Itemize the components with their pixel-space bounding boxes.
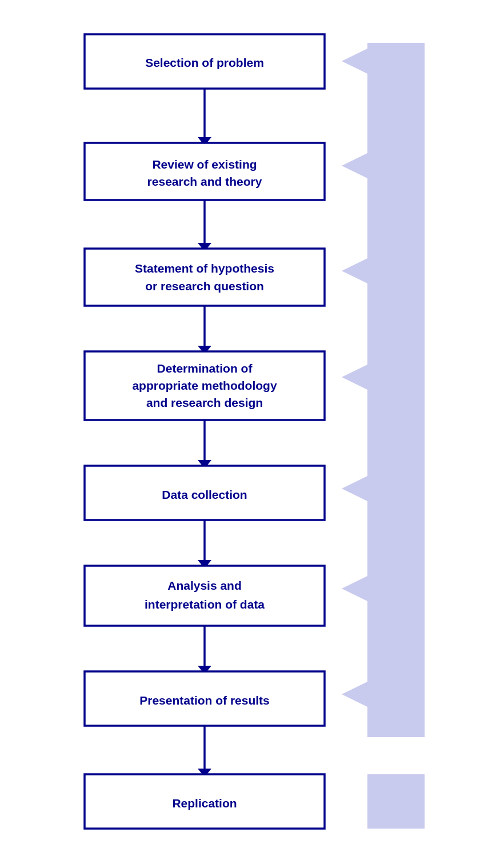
label-step4-line1: Determination of bbox=[157, 362, 253, 375]
arrow-step2 bbox=[342, 153, 367, 178]
feedback-bar-step8 bbox=[367, 774, 425, 829]
arrow-step7 bbox=[342, 682, 367, 707]
label-step6-line1: Analysis and bbox=[167, 579, 242, 592]
arrow-step5 bbox=[342, 476, 367, 501]
arrow-step3 bbox=[342, 258, 367, 283]
box-step3 bbox=[85, 249, 325, 306]
label-step6-line2: interpretation of data bbox=[144, 598, 264, 611]
feedback-bar bbox=[367, 43, 425, 737]
label-step8: Replication bbox=[172, 797, 237, 810]
arrow-step4 bbox=[342, 365, 367, 390]
label-step3-line1: Statement of hypothesis bbox=[135, 262, 274, 275]
label-step7: Presentation of results bbox=[139, 694, 270, 707]
box-step2 bbox=[85, 143, 325, 200]
label-step2-line2: research and theory bbox=[147, 175, 262, 188]
label-step4-line3: and research design bbox=[146, 396, 262, 409]
flowchart-svg: Selection of problem Review of existing … bbox=[50, 17, 450, 857]
label-step3-line2: or research question bbox=[145, 279, 264, 293]
label-step2-line1: Review of existing bbox=[152, 158, 257, 171]
label-step5: Data collection bbox=[162, 488, 247, 501]
arrow-step1 bbox=[342, 49, 367, 74]
diagram-container: Selection of problem Review of existing … bbox=[50, 17, 450, 859]
box-step6 bbox=[85, 566, 325, 626]
label-step1: Selection of problem bbox=[145, 56, 264, 69]
arrow-step6 bbox=[342, 576, 367, 601]
label-step4-line2: appropriate methodology bbox=[132, 379, 277, 392]
